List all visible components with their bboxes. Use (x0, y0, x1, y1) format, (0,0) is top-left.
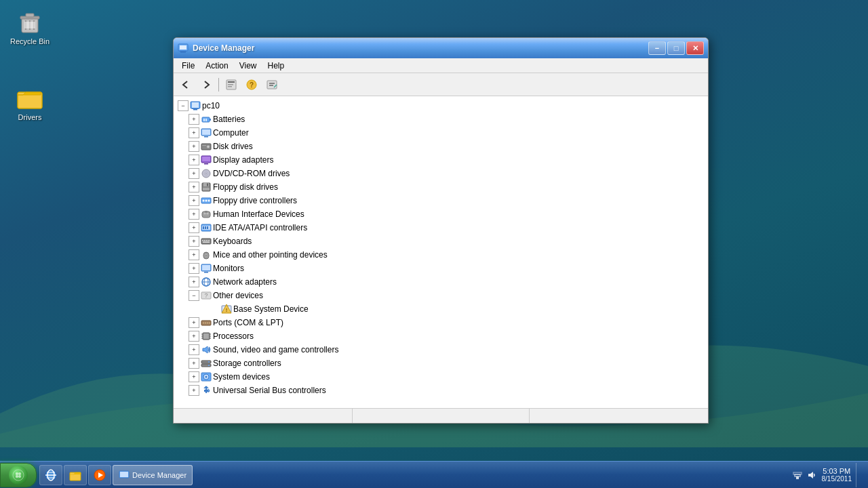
device-tree[interactable]: − pc10 + (174, 96, 708, 408)
storage-label: Storage controllers (213, 359, 281, 368)
tree-computer[interactable]: + Computer (174, 126, 708, 140)
tree-monitors[interactable]: + Monitors (174, 262, 708, 275)
tree-ports[interactable]: + Ports (COM & LPT) (174, 316, 708, 329)
tree-mice[interactable]: + Mice and other pointing devices (174, 248, 708, 262)
ide-expand[interactable]: + (189, 222, 199, 233)
tree-hid[interactable]: + Human Interface Devices (174, 207, 708, 221)
svg-text:!: ! (226, 307, 228, 313)
disk-drives-icon (201, 141, 212, 152)
svg-rect-71 (204, 272, 208, 273)
root-label: pc10 (202, 101, 220, 110)
taskbar-ie[interactable] (39, 465, 62, 485)
other-devices-expand[interactable]: − (189, 290, 199, 301)
clock: 5:03 PM 8/15/2011 (822, 467, 852, 483)
floppy-controllers-expand[interactable]: + (189, 195, 199, 206)
batteries-expand[interactable]: + (189, 114, 199, 125)
back-button[interactable] (176, 76, 195, 94)
monitors-expand[interactable]: + (189, 263, 199, 274)
ide-label: IDE ATA/ATAPI controllers (213, 223, 307, 232)
menu-action[interactable]: Action (200, 60, 233, 72)
display-adapters-expand[interactable]: + (189, 155, 199, 165)
dvd-drives-expand[interactable]: + (189, 168, 199, 179)
tray-volume-icon[interactable] (807, 470, 818, 481)
mice-expand[interactable]: + (189, 249, 199, 260)
usb-label: Universal Serial Bus controllers (213, 386, 326, 395)
root-expand[interactable]: − (178, 100, 189, 111)
monitors-label: Monitors (213, 264, 244, 273)
properties-button[interactable] (222, 76, 241, 94)
keyboards-expand[interactable]: + (189, 236, 199, 247)
sound-expand[interactable]: + (189, 344, 199, 355)
tree-usb[interactable]: + Universal Serial Bus controllers (174, 384, 708, 397)
svg-rect-14 (228, 81, 235, 83)
computer-icon (201, 127, 212, 138)
menu-file[interactable]: File (176, 60, 200, 72)
svg-point-49 (205, 200, 208, 202)
tree-dvd-drives[interactable]: + DVD/CD-ROM drives (174, 167, 708, 180)
svg-rect-28 (210, 119, 211, 121)
tree-base-system-device[interactable]: ! Base System Device (174, 302, 708, 316)
dvd-drives-label: DVD/CD-ROM drives (213, 169, 290, 178)
disk-drives-expand[interactable]: + (189, 141, 199, 152)
processors-expand[interactable]: + (189, 331, 199, 342)
svg-point-108 (18, 472, 21, 475)
menu-view[interactable]: View (234, 60, 262, 72)
recycle-bin-label: Recycle Bin (8, 37, 52, 45)
tree-system-devices[interactable]: + System devices (174, 370, 708, 384)
recycle-bin-desktop-icon[interactable]: Recycle Bin (5, 5, 54, 48)
svg-point-98 (208, 365, 210, 366)
tree-floppy-controllers[interactable]: + Floppy drive controllers (174, 194, 708, 207)
tree-other-devices[interactable]: − ? Other devices (174, 289, 708, 302)
update-driver-button[interactable] (262, 76, 281, 94)
drivers-desktop-icon[interactable]: Drivers (5, 81, 54, 124)
display-adapters-icon (201, 155, 212, 165)
ports-expand[interactable]: + (189, 317, 199, 328)
tree-ide[interactable]: + IDE ATA/ATAPI controllers (174, 221, 708, 235)
usb-expand[interactable]: + (189, 385, 199, 396)
storage-expand[interactable]: + (189, 358, 199, 369)
tree-sound[interactable]: + Sound, video and game controllers (174, 343, 708, 357)
svg-rect-60 (201, 239, 211, 244)
hid-expand[interactable]: + (189, 209, 199, 220)
svg-rect-123 (793, 472, 802, 474)
minimize-button[interactable]: − (648, 41, 666, 55)
window-title: Device Manager (193, 43, 644, 53)
tree-network[interactable]: + Network adapters (174, 275, 708, 289)
maximize-button[interactable]: □ (667, 41, 685, 55)
help-button[interactable]: ? (242, 76, 261, 94)
menu-help[interactable]: Help (262, 60, 290, 72)
svg-rect-38 (202, 157, 210, 161)
tree-processors[interactable]: + Processors (174, 329, 708, 343)
taskbar-explorer[interactable] (64, 465, 87, 485)
svg-rect-33 (204, 136, 208, 138)
other-devices-label: Other devices (213, 291, 263, 300)
network-expand[interactable]: + (189, 277, 199, 287)
tree-batteries[interactable]: + Batteries (174, 113, 708, 126)
system-devices-label: System devices (213, 372, 270, 382)
svg-point-110 (18, 475, 21, 478)
start-button[interactable] (0, 463, 37, 487)
tree-storage[interactable]: + Storage controllers (174, 357, 708, 370)
device-manager-window: Device Manager − □ ✕ File Action View He… (173, 37, 709, 424)
taskbar-device-manager[interactable]: Device Manager (113, 465, 193, 485)
tree-floppy-drives[interactable]: + Floppy disk drives (174, 180, 708, 194)
show-desktop-button[interactable] (856, 463, 863, 487)
start-orb (9, 466, 28, 485)
tree-disk-drives[interactable]: + Disk drives (174, 140, 708, 153)
taskbar-media[interactable] (88, 465, 111, 485)
taskbar-items: Device Manager (37, 462, 787, 488)
tree-root[interactable]: − pc10 (174, 99, 708, 113)
disk-drives-label: Disk drives (213, 142, 253, 151)
tree-keyboards[interactable]: + Keyboards (174, 235, 708, 248)
floppy-controllers-icon (201, 195, 212, 206)
forward-button[interactable] (197, 76, 216, 94)
base-system-device-label: Base System Device (233, 304, 309, 314)
floppy-drives-expand[interactable]: + (189, 182, 199, 192)
close-button[interactable]: ✕ (686, 41, 704, 55)
system-devices-expand[interactable]: + (189, 371, 199, 382)
tree-display-adapters[interactable]: + Display adapters (174, 153, 708, 167)
svg-point-82 (203, 323, 204, 324)
tray-network-icon[interactable] (792, 470, 803, 481)
computer-expand[interactable]: + (189, 127, 199, 138)
floppy-drives-label: Floppy disk drives (213, 182, 278, 192)
